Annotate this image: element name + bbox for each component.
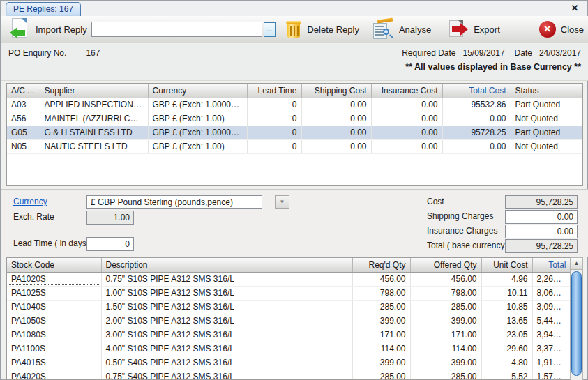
supplier-row-cell-currency[interactable]: GBP £ (Exch: 1.00) [148,112,247,126]
stock-row-cell-total[interactable]: 3,941.55 [532,328,570,342]
stock-row[interactable]: PA1050S2.00" S10S PIPE A312 SMS 316/L399… [7,314,570,328]
supplier-row-cell-ac[interactable]: A03 [7,98,40,112]
column-header-status[interactable]: Status [511,84,582,98]
supplier-row-cell-currency[interactable]: GBP £ (Exch: 1.000000) [148,126,247,139]
stock-row-cell-total[interactable]: 8,067.78 [532,286,570,300]
column-header-ac[interactable]: A/C ... [7,84,40,98]
stock-row-cell-code[interactable]: PA1080S [7,328,101,342]
column-header-supplier[interactable]: Supplier [40,84,148,98]
stock-row-cell-code[interactable]: PA4020S [7,370,101,380]
supplier-row[interactable]: G05G & H STAINLESS LTDGBP £ (Exch: 1.000… [7,126,582,139]
column-header-lead_time[interactable]: Lead Time [247,84,301,98]
stock-row-cell-total[interactable]: 2,261.76 [532,272,570,286]
import-reply-button[interactable]: Import Reply [6,17,91,42]
supplier-row-cell-shipping[interactable]: 0.00 [301,98,371,112]
supplier-row-cell-supplier[interactable]: NAUTIC STEELS LTD [40,139,148,153]
currency-dropdown-icon[interactable]: ▼ [275,195,289,209]
stock-row-cell-total[interactable]: 1,915.20 [532,356,570,370]
supplier-row-cell-ac[interactable]: A56 [7,112,40,126]
supplier-row[interactable]: A56MAINTEL (AZZURRI COM...GBP £ (Exch: 1… [7,112,582,126]
stock-row-cell-total[interactable]: 5,446.35 [532,314,570,328]
stock-row-cell-total[interactable]: 3,374.40 [532,342,570,356]
stock-row-cell-unit[interactable]: 13.65 [481,314,532,328]
stock-row[interactable]: PA1040S1.50" S10S PIPE A312 SMS 316/L285… [7,300,570,314]
browse-button[interactable]: ... [264,22,276,37]
supplier-row-cell-currency[interactable]: GBP £ (Exch: 1.000000) [148,98,247,112]
stock-row-cell-offered[interactable]: 114.00 [410,342,481,356]
supplier-row-cell-ac[interactable]: G05 [7,126,40,139]
supplier-row-cell-lead_time[interactable]: 0 [247,139,301,153]
stock-row-cell-unit[interactable]: 23.05 [481,328,532,342]
supplier-row-cell-lead_time[interactable]: 0 [247,126,301,139]
supplier-row-cell-shipping[interactable]: 0.00 [301,139,371,153]
supplier-row-cell-status[interactable]: Part Quoted [511,98,582,112]
stock-row-cell-unit[interactable]: 4.96 [481,272,532,286]
currency-link[interactable]: Currency [13,197,47,206]
stock-row-cell-code[interactable]: PA4015S [7,356,101,370]
stock-row-cell-offered[interactable]: 456.00 [410,272,481,286]
stock-row-cell-code[interactable]: PA1025S [7,286,101,300]
scroll-up-icon[interactable]: ▲ [571,258,582,270]
supplier-row-cell-total[interactable]: 0.00 [442,112,511,126]
stock-row-cell-reqd[interactable]: 285.00 [352,300,410,314]
supplier-row-cell-supplier[interactable]: MAINTEL (AZZURRI COM... [40,112,148,126]
lead-time-field[interactable]: 0 [86,237,134,251]
stock-row-cell-reqd[interactable]: 171.00 [352,328,410,342]
stock-row-cell-code[interactable]: PA1040S [7,300,101,314]
supplier-row-cell-lead_time[interactable]: 0 [247,98,301,112]
supplier-row-cell-insurance[interactable]: 0.00 [371,112,442,126]
stock-row-cell-code[interactable]: PA1050S [7,314,101,328]
column-header-shipping[interactable]: Shipping Cost [301,84,371,98]
stock-row-cell-desc[interactable]: 1.50" S10S PIPE A312 SMS 316/L [101,300,352,314]
stock-row-cell-offered[interactable]: 399.00 [410,356,481,370]
supplier-row-cell-total[interactable]: 0.00 [442,139,511,153]
supplier-row-cell-total[interactable]: 95728.25 [442,126,511,139]
supplier-row-cell-insurance[interactable]: 0.00 [371,139,442,153]
supplier-row-cell-insurance[interactable]: 0.00 [371,98,442,112]
stock-row-cell-unit[interactable]: 5.52 [481,370,532,380]
supplier-row-cell-shipping[interactable]: 0.00 [301,126,371,139]
supplier-row-cell-status[interactable]: Not Quoted [511,112,582,126]
currency-select[interactable]: £ GBP Pound Sterling (pounds,pence) [86,195,262,209]
window-close-icon[interactable]: ✕ [569,3,580,14]
column-header-code[interactable]: Stock Code [7,258,101,272]
shipping-charges-field[interactable]: 0.00 [505,210,578,224]
column-header-total[interactable]: Total [532,258,570,272]
supplier-row[interactable]: A03APPLIED INSPECTION LTDGBP £ (Exch: 1.… [7,98,582,112]
stock-row-cell-reqd[interactable]: 285.00 [352,370,410,380]
stock-row-cell-unit[interactable]: 10.85 [481,300,532,314]
stock-row[interactable]: PA1020S0.75" S10S PIPE A312 SMS 316/L456… [7,272,570,286]
supplier-row-cell-status[interactable]: Part Quoted [511,126,582,139]
supplier-row-cell-status[interactable]: Not Quoted [511,139,582,153]
stock-row-cell-total[interactable]: 1,573.20 [532,370,570,380]
stock-row-cell-offered[interactable]: 285.00 [410,300,481,314]
column-header-reqd[interactable]: Req'd Qty [352,258,410,272]
stock-row-cell-reqd[interactable]: 399.00 [352,314,410,328]
stock-row-cell-unit[interactable]: 10.11 [481,286,532,300]
supplier-row-cell-supplier[interactable]: APPLIED INSPECTION LTD [40,98,148,112]
stock-row-cell-desc[interactable]: 0.75" S10S PIPE A312 SMS 316/L [101,272,352,286]
supplier-row-cell-shipping[interactable]: 0.00 [301,112,371,126]
export-button[interactable]: Export [444,17,504,41]
stock-row-cell-code[interactable]: PA1020S [7,272,101,286]
tab-pe-replies[interactable]: PE Replies: 167 [6,2,81,16]
analyse-button[interactable]: Analyse [369,17,435,41]
stock-row-cell-offered[interactable]: 399.00 [410,314,481,328]
stock-row[interactable]: PA1025S1.00" S10S PIPE A312 SMS 316/L798… [7,286,570,300]
supplier-row-cell-lead_time[interactable]: 0 [247,112,301,126]
stock-row-cell-desc[interactable]: 0.75" S40S PIPE A312 SMS 316/L [101,370,352,380]
supplier-row-cell-currency[interactable]: GBP £ (Exch: 1.00) [148,139,247,153]
stock-row-cell-reqd[interactable]: 798.00 [352,286,410,300]
delete-reply-button[interactable]: Delete Reply [281,18,363,40]
supplier-row[interactable]: N05NAUTIC STEELS LTDGBP £ (Exch: 1.00)00… [7,139,582,153]
stock-row-cell-total[interactable]: 3,092.25 [532,300,570,314]
stock-row-cell-reqd[interactable]: 456.00 [352,272,410,286]
supplier-row-cell-total[interactable]: 95532.86 [442,98,511,112]
stock-row[interactable]: PA1100S4.00" S10S PIPE A312 SMS 316/L114… [7,342,570,356]
stock-row-cell-desc[interactable]: 3.00" S10S PIPE A312 SMS 316/L [101,328,352,342]
stock-row-cell-offered[interactable]: 798.00 [410,286,481,300]
column-header-unit[interactable]: Unit Cost [481,258,532,272]
stock-row[interactable]: PA4020S0.75" S40S PIPE A312 SMS 316/L285… [7,370,570,380]
stock-row-cell-code[interactable]: PA1100S [7,342,101,356]
column-header-total[interactable]: Total Cost [442,84,511,98]
